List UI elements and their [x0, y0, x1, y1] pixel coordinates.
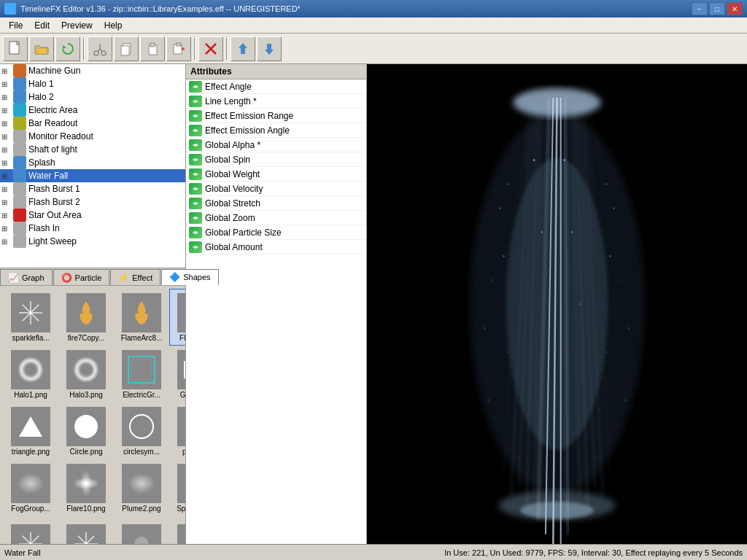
shape-item-14[interactable]: circlesym... — [114, 402, 169, 459]
main-area: ⊞ Machine Gun ⊞ Halo 1 ⊞ Halo 2 ⊞ Electr… — [0, 64, 747, 544]
attributes-header: Attributes — [186, 64, 366, 79]
menu-preview[interactable]: Preview — [55, 19, 98, 32]
shape-item-9[interactable]: Gradient... — [169, 346, 185, 402]
shape-preview-27 — [177, 524, 185, 544]
attr-item-0[interactable]: Effect Angle — [186, 79, 366, 94]
effect-item-3[interactable]: ⊞ Halo 2 — [0, 90, 185, 104]
shape-name-9: Gradient... — [171, 391, 185, 399]
shape-item-24[interactable] — [3, 516, 58, 544]
shape-item-2[interactable]: FlameArc8... — [114, 289, 169, 346]
shape-item-26[interactable] — [114, 516, 169, 544]
open-button[interactable] — [29, 36, 54, 61]
shape-item-3[interactable]: Flare1.png — [169, 289, 185, 346]
svg-line-110 — [31, 536, 39, 544]
svg-point-38 — [18, 357, 44, 383]
menu-file[interactable]: File — [3, 19, 28, 32]
delete-button[interactable] — [198, 36, 223, 61]
attr-item-3[interactable]: Effect Emission Angle — [186, 123, 366, 138]
attr-label: Global Alpha * — [205, 140, 260, 150]
paste2-button[interactable] — [166, 36, 191, 61]
shape-item-20[interactable]: Plume2.png — [114, 459, 169, 516]
attr-item-11[interactable]: Global Amount — [186, 240, 366, 254]
shape-item-12[interactable]: triangle.png — [3, 402, 58, 459]
effect-item-14[interactable]: ⊞ Light Sweep — [0, 235, 185, 248]
menu-help[interactable]: Help — [98, 19, 128, 32]
effect-item-11[interactable]: ⊞ Flash Burst 2 — [0, 195, 185, 209]
shape-preview-13 — [66, 407, 106, 446]
menu-edit[interactable]: Edit — [28, 19, 55, 32]
attr-icon — [189, 154, 202, 166]
shape-name-7: Halo3.png — [60, 391, 112, 399]
attr-icon — [189, 212, 202, 224]
shape-item-18[interactable]: FogGroup... — [3, 459, 58, 516]
attr-item-4[interactable]: Global Alpha * — [186, 138, 366, 152]
reload-button[interactable] — [55, 36, 80, 61]
attr-label: Line Length * — [205, 96, 257, 106]
tab-particle[interactable]: ⭕ Particle — [53, 269, 110, 285]
attr-item-9[interactable]: Global Zoom — [186, 211, 366, 225]
paste-button[interactable] — [140, 36, 165, 61]
svg-point-28 — [29, 311, 32, 314]
shape-preview-12 — [11, 407, 50, 446]
svg-point-121 — [134, 537, 149, 544]
close-button[interactable]: ✕ — [727, 2, 743, 15]
new-button[interactable] — [3, 36, 28, 61]
upload-button[interactable] — [231, 36, 255, 61]
effect-expand: ⊞ — [1, 159, 13, 167]
attr-item-8[interactable]: Global Stretch — [186, 196, 366, 211]
shape-item-8[interactable]: ElectricGr... — [114, 346, 169, 402]
effect-label: Splash — [28, 158, 55, 168]
effect-item-7[interactable]: ⊞ Shaft of light — [0, 143, 185, 156]
effect-item-10[interactable]: ⊞ Flash Burst 1 — [0, 182, 185, 195]
shape-item-21[interactable]: Splash3.png — [169, 459, 185, 516]
shapes-panel[interactable]: sparklefla... fire7Copy... FlameArc8... … — [0, 286, 185, 544]
attr-item-5[interactable]: Global Spin — [186, 152, 366, 167]
effect-item-1[interactable]: ⊞ Machine Gun — [0, 64, 185, 77]
attr-item-2[interactable]: Effect Emission Range — [186, 109, 366, 123]
effect-label: Machine Gun — [28, 66, 80, 76]
effect-item-12[interactable]: ⊞ Star Out Area — [0, 209, 185, 222]
attr-item-6[interactable]: Global Weight — [186, 167, 366, 182]
download-button[interactable] — [257, 36, 282, 61]
effect-item-13[interactable]: ⊞ Flash In — [0, 222, 185, 235]
effect-list[interactable]: ⊞ Machine Gun ⊞ Halo 1 ⊞ Halo 2 ⊞ Electr… — [0, 64, 185, 268]
shape-item-15[interactable]: pixel.png — [169, 402, 185, 459]
attr-item-1[interactable]: Line Length * — [186, 94, 366, 109]
shape-preview-20 — [122, 464, 161, 503]
tab-effect[interactable]: ⚡ Effect — [110, 269, 160, 285]
effect-item-8[interactable]: ⊞ Splash — [0, 156, 185, 169]
effect-expand: ⊞ — [1, 225, 13, 233]
effect-label: Water Fall — [28, 171, 68, 181]
shape-item-1[interactable]: fire7Copy... — [58, 289, 114, 346]
effect-label: Flash Burst 1 — [28, 184, 80, 194]
svg-line-117 — [78, 536, 86, 544]
attr-label: Global Stretch — [205, 198, 260, 209]
effect-item-5[interactable]: ⊞ Bar Readout — [0, 117, 185, 130]
shape-item-19[interactable]: Flare10.png — [58, 459, 114, 516]
effect-item-2[interactable]: ⊞ Halo 1 — [0, 77, 185, 90]
shape-item-25[interactable] — [58, 516, 114, 544]
attr-item-10[interactable]: Global Particle Size — [186, 225, 366, 240]
shape-item-0[interactable]: sparklefla... — [3, 289, 58, 346]
shape-item-13[interactable]: Circle.png — [58, 402, 114, 459]
minimize-button[interactable]: − — [692, 2, 708, 15]
copy-button[interactable] — [114, 36, 139, 61]
shape-item-27[interactable] — [169, 516, 185, 544]
shape-name-13: Circle.png — [60, 448, 112, 456]
shape-item-6[interactable]: Halo1.png — [3, 346, 58, 402]
attr-label: Global Amount — [205, 242, 263, 252]
cut-button[interactable] — [88, 36, 112, 61]
attr-icon — [189, 81, 202, 93]
effect-label: Star Out Area — [28, 210, 82, 220]
shape-item-7[interactable]: Halo3.png — [58, 346, 114, 402]
shapes-tab-icon: 🔷 — [169, 272, 180, 282]
attr-item-7[interactable]: Global Velocity — [186, 182, 366, 196]
tab-graph[interactable]: 📈 Graph — [0, 269, 53, 285]
effect-item-6[interactable]: ⊞ Monitor Readout — [0, 130, 185, 143]
tab-shapes[interactable]: 🔷 Shapes — [161, 269, 218, 285]
svg-point-29 — [184, 307, 185, 319]
maximize-button[interactable]: □ — [709, 2, 725, 15]
effect-item-4[interactable]: ⊞ Electric Area — [0, 104, 185, 117]
effect-icon — [13, 117, 26, 130]
effect-item-9[interactable]: ⊞ Water Fall — [0, 169, 185, 182]
